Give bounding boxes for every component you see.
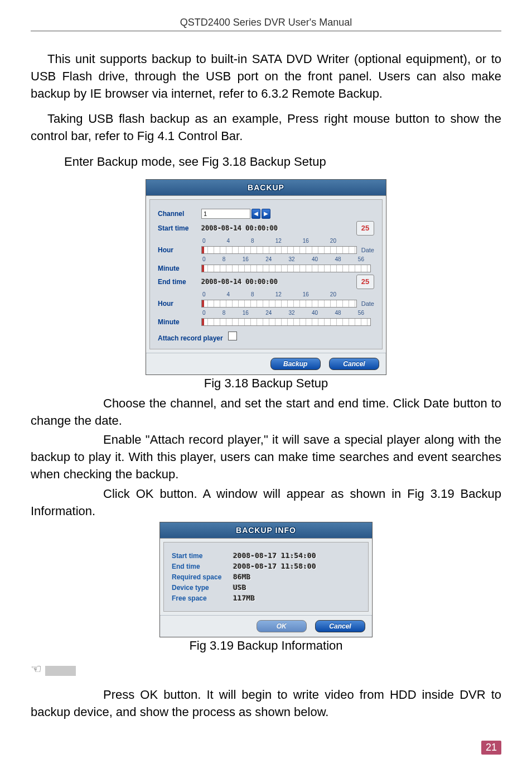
date-label: Date — [361, 247, 374, 253]
paragraph: Press OK button. It will begin to write … — [31, 686, 501, 721]
enter-backup-line: Enter Backup mode, see Fig 3.18 Backup S… — [31, 153, 501, 171]
start-date-button[interactable]: 25 — [356, 221, 374, 236]
paragraph: Click OK button. A window will appear as… — [31, 486, 501, 520]
end-hour-slider[interactable] — [201, 300, 357, 308]
channel-prev-button[interactable]: ◀ — [252, 209, 260, 219]
end-time-label: End time — [158, 278, 201, 286]
info-device-label: Device type — [172, 584, 233, 592]
manual-title: QSTD2400 Series DVR User's Manual — [31, 17, 501, 28]
channel-label: Channel — [158, 210, 201, 218]
paragraph: This unit supports backup to built-in SA… — [31, 51, 501, 102]
backup-info-dialog: BACKUP INFO Start time2008-08-17 11:54:0… — [159, 522, 373, 637]
channel-next-button[interactable]: ▶ — [262, 209, 270, 219]
backup-button[interactable]: Backup — [270, 358, 321, 370]
backup-dialog: BACKUP Channel 1 ◀ ▶ Start time 2008-08-… — [146, 179, 386, 375]
hour-label: Hour — [158, 246, 201, 254]
channel-input[interactable]: 1 — [201, 209, 250, 219]
paragraph: Choose the channel, and set the start an… — [31, 395, 501, 430]
end-date-button[interactable]: 25 — [356, 275, 374, 289]
attach-record-player-label: Attach record player — [158, 334, 223, 342]
info-device-value: USB — [233, 583, 246, 592]
paragraph: Taking USB flash backup as an example, P… — [31, 111, 501, 145]
minute-label: Minute — [158, 318, 201, 326]
info-free-value: 117MB — [233, 594, 255, 602]
start-hour-slider[interactable] — [201, 246, 357, 254]
cancel-button[interactable]: Cancel — [315, 620, 365, 632]
hour-label: Hour — [158, 300, 201, 308]
start-time-label: Start time — [158, 224, 201, 232]
end-time-value: 2008-08-14 00:00:00 — [201, 278, 278, 286]
info-required-label: Required space — [172, 573, 233, 581]
info-required-value: 86MB — [233, 573, 250, 581]
dialog-title: BACKUP — [146, 180, 386, 196]
date-label: Date — [361, 300, 374, 307]
figure-caption: Fig 3.18 Backup Setup — [31, 376, 501, 391]
start-time-value: 2008-08-14 00:00:00 — [201, 224, 278, 232]
page-header: QSTD2400 Series DVR User's Manual — [31, 17, 501, 31]
info-end-value: 2008-08-17 11:58:00 — [233, 562, 316, 570]
end-minute-slider[interactable] — [201, 318, 371, 326]
ok-button[interactable]: OK — [257, 620, 307, 632]
info-start-label: Start time — [172, 552, 233, 560]
note-bar — [45, 666, 76, 676]
attach-record-player-checkbox[interactable] — [228, 332, 237, 340]
paragraph: Enable "Attach record player," it will s… — [31, 431, 501, 483]
page-number: 21 — [481, 741, 501, 755]
info-start-value: 2008-08-17 11:54:00 — [233, 551, 316, 560]
cancel-button[interactable]: Cancel — [329, 358, 379, 370]
minute-label: Minute — [158, 265, 201, 272]
pointer-icon: ☜ — [31, 662, 42, 676]
dialog-title: BACKUP INFO — [160, 522, 372, 539]
info-free-label: Free space — [172, 594, 233, 602]
figure-caption: Fig 3.19 Backup Information — [31, 638, 501, 653]
start-minute-slider[interactable] — [201, 265, 371, 272]
info-end-label: End time — [172, 563, 233, 570]
